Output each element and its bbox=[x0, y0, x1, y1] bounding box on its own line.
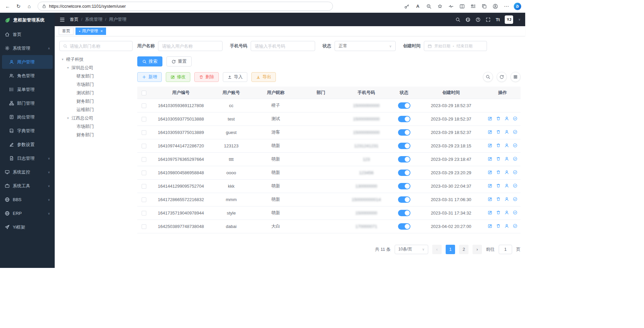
breadcrumb-item[interactable]: 首页 bbox=[70, 16, 79, 22]
delete-button[interactable]: 删除 bbox=[194, 72, 219, 82]
table-search-toggle-button[interactable] bbox=[483, 72, 493, 82]
row-delete-icon[interactable] bbox=[496, 197, 501, 201]
sidebar-item-log-mgmt[interactable]: 日志管理 ∨ bbox=[0, 151, 55, 165]
row-assign-role-icon[interactable] bbox=[513, 156, 517, 161]
row-edit-icon[interactable] bbox=[488, 197, 492, 201]
dept-search-input[interactable] bbox=[70, 44, 129, 49]
tree-node[interactable]: ▾橙子科技 bbox=[59, 55, 133, 63]
zoom-out-icon[interactable] bbox=[424, 1, 434, 11]
tree-node[interactable]: ▾江西总公司 bbox=[59, 114, 133, 122]
fullscreen-icon[interactable] bbox=[486, 17, 491, 22]
row-delete-icon[interactable] bbox=[496, 224, 501, 228]
row-checkbox[interactable] bbox=[142, 184, 146, 189]
page-2-button[interactable]: 2 bbox=[459, 245, 468, 254]
row-reset-password-icon[interactable] bbox=[504, 210, 509, 215]
copilot-icon[interactable]: b bbox=[512, 1, 523, 11]
profile-avatar[interactable] bbox=[490, 1, 500, 11]
tree-node[interactable]: 研发部门 bbox=[59, 72, 133, 80]
chevron-down-icon[interactable]: ∨ bbox=[518, 18, 521, 21]
status-toggle[interactable] bbox=[398, 116, 410, 122]
user-avatar[interactable]: YJ bbox=[505, 15, 513, 24]
row-edit-icon[interactable] bbox=[488, 130, 492, 134]
tree-node[interactable]: 市场部门 bbox=[59, 122, 133, 131]
tree-node[interactable]: ▾深圳总公司 bbox=[59, 63, 133, 72]
row-delete-icon[interactable] bbox=[496, 170, 501, 175]
tree-node[interactable]: 测试部门 bbox=[59, 89, 133, 97]
collections-icon[interactable] bbox=[479, 1, 489, 11]
row-reset-password-icon[interactable] bbox=[504, 224, 509, 228]
font-size-icon[interactable]: Tt bbox=[496, 17, 500, 22]
status-toggle[interactable] bbox=[398, 210, 410, 216]
sidebar-item-post-mgmt[interactable]: 岗位管理 bbox=[0, 110, 55, 124]
row-checkbox[interactable] bbox=[142, 171, 146, 175]
favorite-star-icon[interactable] bbox=[435, 1, 445, 11]
menu-fold-icon[interactable] bbox=[59, 17, 65, 22]
row-edit-icon[interactable] bbox=[488, 183, 492, 188]
row-delete-icon[interactable] bbox=[496, 156, 501, 161]
sidebar-item-dept-mgmt[interactable]: 部门管理 bbox=[0, 96, 55, 110]
row-checkbox[interactable] bbox=[142, 224, 146, 229]
split-screen-icon[interactable] bbox=[457, 1, 467, 11]
sidebar-item-param-settings[interactable]: 参数设置 bbox=[0, 138, 55, 151]
browser-home-button[interactable]: ⌂ bbox=[24, 1, 34, 11]
tree-node[interactable]: 财务部门 bbox=[59, 131, 133, 139]
column-settings-button[interactable] bbox=[510, 72, 521, 82]
close-icon[interactable]: × bbox=[100, 29, 103, 34]
row-reset-password-icon[interactable] bbox=[504, 156, 509, 161]
page-size-select[interactable]: 10条/页 ∨ bbox=[395, 245, 428, 254]
sidebar-item-dict-mgmt[interactable]: 字典管理 bbox=[0, 124, 55, 138]
sidebar-item-menu-mgmt[interactable]: 菜单管理 bbox=[0, 83, 55, 96]
sidebar-item-bbs[interactable]: BBS ∨ bbox=[0, 193, 55, 206]
sidebar-item-role-mgmt[interactable]: 角色管理 bbox=[0, 69, 55, 83]
status-toggle[interactable] bbox=[398, 183, 410, 189]
row-checkbox[interactable] bbox=[142, 197, 146, 202]
search-button[interactable]: 搜索 bbox=[137, 56, 162, 66]
row-checkbox[interactable] bbox=[142, 117, 146, 122]
row-delete-icon[interactable] bbox=[496, 143, 501, 148]
edit-button[interactable]: 修改 bbox=[166, 72, 190, 82]
row-checkbox[interactable] bbox=[142, 144, 146, 148]
row-assign-role-icon[interactable] bbox=[513, 143, 517, 148]
row-delete-icon[interactable] bbox=[496, 116, 501, 121]
row-assign-role-icon[interactable] bbox=[513, 197, 517, 201]
add-button[interactable]: 新增 bbox=[137, 72, 162, 82]
row-delete-icon[interactable] bbox=[496, 183, 501, 188]
row-reset-password-icon[interactable] bbox=[504, 183, 509, 188]
tree-node[interactable]: 市场部门 bbox=[59, 80, 133, 89]
help-icon[interactable] bbox=[476, 17, 481, 22]
row-delete-icon[interactable] bbox=[496, 210, 501, 215]
sidebar-item-yi-framework[interactable]: Yi框架 bbox=[0, 220, 55, 234]
tree-node[interactable]: 运维部门 bbox=[59, 105, 133, 114]
reset-button[interactable]: 重置 bbox=[166, 56, 192, 66]
row-checkbox[interactable] bbox=[142, 211, 146, 216]
status-toggle[interactable] bbox=[398, 156, 410, 162]
row-edit-icon[interactable] bbox=[488, 170, 492, 175]
sidebar-item-home[interactable]: 首页 bbox=[0, 28, 55, 41]
row-reset-password-icon[interactable] bbox=[504, 170, 509, 175]
row-assign-role-icon[interactable] bbox=[513, 224, 517, 228]
row-assign-role-icon[interactable] bbox=[513, 116, 517, 121]
row-checkbox[interactable] bbox=[142, 103, 146, 108]
sidebar-item-system-mgmt[interactable]: 系统管理 ∧ bbox=[0, 41, 55, 55]
table-refresh-button[interactable] bbox=[497, 72, 507, 82]
row-checkbox[interactable] bbox=[142, 130, 146, 135]
tree-node[interactable]: 财务部门 bbox=[59, 97, 133, 105]
sidebar-item-erp[interactable]: ERP ∨ bbox=[0, 206, 55, 220]
status-toggle[interactable] bbox=[398, 223, 410, 230]
row-assign-role-icon[interactable] bbox=[513, 130, 517, 134]
row-edit-icon[interactable] bbox=[488, 224, 492, 228]
github-icon[interactable] bbox=[465, 17, 470, 22]
status-select[interactable]: 正常 ∨ bbox=[335, 41, 396, 51]
row-delete-icon[interactable] bbox=[496, 130, 501, 134]
tab-user-mgmt[interactable]: ● 用户管理 × bbox=[76, 28, 106, 35]
export-button[interactable]: 导出 bbox=[251, 72, 276, 82]
row-reset-password-icon[interactable] bbox=[504, 143, 509, 148]
row-edit-icon[interactable] bbox=[488, 156, 492, 161]
status-toggle[interactable] bbox=[398, 129, 410, 136]
sidebar-item-user-mgmt[interactable]: 用户管理 bbox=[2, 55, 53, 69]
page-1-button[interactable]: 1 bbox=[446, 245, 455, 254]
row-reset-password-icon[interactable] bbox=[504, 130, 509, 134]
search-icon[interactable] bbox=[455, 17, 460, 22]
status-toggle[interactable] bbox=[398, 170, 410, 176]
more-menu-icon[interactable]: ⋯ bbox=[501, 1, 511, 11]
